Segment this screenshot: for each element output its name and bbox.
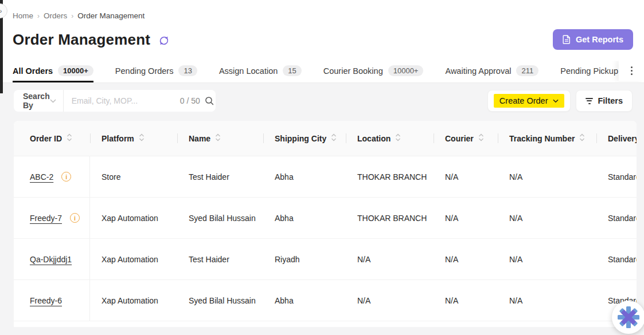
- tabs-bar: All Orders 10000+ Pending Orders 13 Assi…: [13, 61, 644, 82]
- sort-icon: [579, 133, 585, 144]
- order-id-link[interactable]: ABC-2: [30, 172, 53, 182]
- sort-icon: [215, 133, 221, 144]
- column-header-platform[interactable]: Platform: [90, 121, 177, 156]
- tab-label: Pending Pickup: [560, 66, 618, 76]
- breadcrumb-current: Order Management: [77, 11, 145, 20]
- get-reports-label: Get Reports: [576, 35, 623, 44]
- cell-tracking-number: N/A: [498, 198, 596, 238]
- search-icon[interactable]: [205, 96, 214, 105]
- cell-name: Test Haider: [177, 239, 263, 279]
- search-by-label: Search By: [23, 92, 50, 110]
- filters-button[interactable]: Filters: [576, 90, 633, 112]
- breadcrumb-orders[interactable]: Orders: [44, 11, 67, 20]
- breadcrumb-separator: ›: [37, 12, 40, 20]
- get-reports-button[interactable]: Get Reports: [553, 29, 633, 50]
- sort-icon: [478, 133, 484, 144]
- cell-courier: N/A: [434, 198, 498, 238]
- cell-platform: Xap Automation: [90, 239, 177, 279]
- table-row[interactable]: ABC-2 i StoreTest HaiderAbhaTHOKAR BRANC…: [14, 156, 637, 198]
- tab-assign-location[interactable]: Assign Location 15: [219, 61, 302, 82]
- report-file-icon: [563, 35, 571, 44]
- column-header-label: Courier: [445, 134, 474, 143]
- tab-label: Courier Booking: [323, 66, 383, 76]
- toolbar: Search By 0 / 50 Create Order: [14, 90, 633, 112]
- breadcrumb-home[interactable]: Home: [13, 11, 33, 20]
- cell-location: THOKAR BRANCH: [346, 156, 434, 197]
- cell-order-id: ABC-2 i: [14, 156, 90, 197]
- assistant-widget-button[interactable]: [612, 301, 644, 334]
- sort-icon: [67, 133, 72, 144]
- sort-icon: [395, 133, 401, 144]
- column-header-order-id[interactable]: Order ID: [14, 121, 90, 156]
- char-counter: 0 / 50: [180, 96, 200, 105]
- column-header-delivery[interactable]: Delivery: [596, 121, 637, 156]
- page-header: Home › Orders › Order Management Order M…: [0, 0, 644, 83]
- tab-pending-orders[interactable]: Pending Orders 13: [115, 61, 197, 82]
- column-header-shipping-city[interactable]: Shipping City: [263, 121, 346, 156]
- column-header-tracking-number[interactable]: Tracking Number: [498, 121, 596, 156]
- info-icon[interactable]: i: [70, 213, 80, 223]
- order-id-link[interactable]: Freedy-7: [30, 214, 62, 223]
- column-header-location[interactable]: Location: [346, 121, 434, 156]
- breadcrumb-separator: ›: [71, 12, 73, 20]
- column-header-name[interactable]: Name: [177, 121, 263, 156]
- cell-courier: N/A: [434, 156, 498, 197]
- column-header-label: Name: [189, 134, 210, 143]
- cell-location: N/A: [346, 239, 434, 279]
- cell-platform: Store: [90, 156, 177, 197]
- tab-label: Pending Orders: [115, 66, 174, 76]
- column-header-courier[interactable]: Courier: [434, 121, 498, 156]
- tab-label: Awaiting Approval: [445, 66, 511, 76]
- cell-order-id: Freedy-7 i: [14, 198, 90, 238]
- cell-courier: N/A: [434, 239, 498, 279]
- search-by-select[interactable]: Search By: [14, 90, 64, 112]
- cell-delivery: Standard: [596, 239, 637, 279]
- cell-tracking-number: N/A: [498, 156, 596, 197]
- tab-count-badge: 10000+: [388, 65, 424, 76]
- search-input[interactable]: [72, 96, 175, 105]
- cell-shipping-city: Riyadh: [263, 239, 346, 279]
- breadcrumb: Home › Orders › Order Management: [13, 0, 644, 20]
- tab-awaiting-approval[interactable]: Awaiting Approval 211: [445, 61, 538, 82]
- tab-count-badge: 13: [178, 65, 197, 76]
- tab-count-badge: 211: [516, 65, 538, 76]
- cell-platform: Xap Automation: [90, 280, 177, 321]
- column-header-label: Platform: [102, 134, 134, 143]
- cell-courier: N/A: [434, 280, 498, 321]
- column-header-label: Delivery: [608, 134, 637, 143]
- more-tabs-button[interactable]: [619, 61, 644, 81]
- chevron-down-icon: [553, 99, 559, 103]
- orders-table-card: Order ID Platform Name Shipping City: [14, 121, 637, 327]
- order-id-link[interactable]: Freedy-6: [30, 296, 62, 305]
- tab-all-orders[interactable]: All Orders 10000+: [13, 61, 93, 82]
- tab-count-badge: 15: [283, 65, 301, 76]
- filter-icon: [586, 98, 593, 104]
- table-header-row: Order ID Platform Name Shipping City: [14, 121, 637, 156]
- cell-name: Syed Bilal Hussain: [177, 280, 263, 321]
- tab-label: Assign Location: [219, 66, 278, 76]
- create-order-label: Create Order: [499, 96, 548, 105]
- chevron-down-icon: [50, 99, 56, 103]
- kebab-menu-icon: [631, 66, 633, 75]
- cell-order-id: Qa-Dkjjddj1 i: [14, 239, 90, 279]
- tab-courier-booking[interactable]: Courier Booking 10000+: [323, 61, 424, 82]
- cell-location: N/A: [346, 280, 434, 321]
- asterisk-widget-icon: [618, 306, 639, 328]
- create-order-button[interactable]: Create Order: [487, 90, 571, 112]
- table-row[interactable]: Freedy-6 i Xap AutomationSyed Bilal Huss…: [14, 280, 637, 321]
- cell-shipping-city: Abha: [263, 198, 346, 238]
- info-icon[interactable]: i: [61, 172, 71, 182]
- column-header-label: Order ID: [30, 134, 62, 143]
- sort-icon: [331, 133, 337, 144]
- order-id-link[interactable]: Qa-Dkjjddj1: [30, 255, 72, 264]
- cell-tracking-number: N/A: [498, 239, 596, 279]
- table-row[interactable]: Qa-Dkjjddj1 i Xap AutomationTest HaiderR…: [14, 239, 637, 280]
- cell-delivery: Standard: [596, 156, 637, 197]
- column-header-label: Shipping City: [275, 134, 326, 143]
- table-row[interactable]: Freedy-7 i Xap AutomationSyed Bilal Huss…: [14, 198, 637, 239]
- refresh-icon[interactable]: [158, 35, 170, 46]
- tab-count-badge: 10000+: [58, 65, 93, 76]
- cell-delivery: Standard: [596, 198, 637, 238]
- tab-label: All Orders: [13, 66, 53, 76]
- cell-shipping-city: Abha: [263, 280, 346, 321]
